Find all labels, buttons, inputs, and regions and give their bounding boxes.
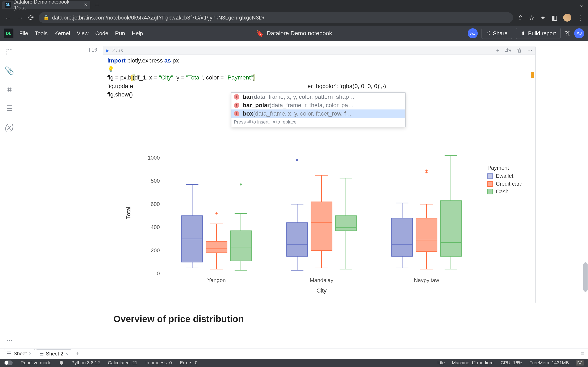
build-report-button[interactable]: ⬆ Build report — [516, 28, 561, 39]
tab-strip: DL Datalore Demo notebook (Data × + ⌄ — [0, 0, 588, 10]
status-calculated[interactable]: Calculated: 21 — [108, 360, 138, 366]
autocomplete-item[interactable]: f bar_polar(data_frame, r, theta, color,… — [231, 101, 405, 109]
status-bc-badge[interactable]: BC — [576, 360, 584, 366]
paren-match: ( — [132, 74, 134, 81]
legend-item[interactable]: Credit card — [487, 181, 522, 187]
attachment-icon[interactable]: 📎 — [5, 66, 14, 75]
more-icon[interactable]: ⋯ — [6, 337, 13, 344]
section-heading: Overview of price distribution — [113, 314, 244, 324]
reactive-toggle[interactable] — [4, 360, 13, 365]
svg-rect-46 — [335, 216, 356, 231]
window-chevron-icon[interactable]: ⌄ — [579, 1, 588, 8]
chart-output: 02004006008001000TotalYangonMandalayNayp… — [103, 144, 535, 303]
legend-title: Payment — [487, 165, 522, 171]
sheet-tab[interactable]: ☰ Sheet 2 × — [36, 349, 71, 358]
status-idle: Idle — [437, 360, 445, 366]
bookmark-icon[interactable]: 🔖 — [256, 30, 264, 37]
panel-icon[interactable]: ◧ — [552, 14, 557, 21]
status-cpu: CPU: 16% — [501, 360, 522, 366]
kebab-icon[interactable]: ⋮ — [577, 14, 583, 21]
workspace: ⬚ 📎 ⌗ ☰ (x) ⋯ [10] ▶ 2.3s + ⇵▾ 🗑 ⋯ impor… — [0, 41, 588, 349]
help-icon[interactable]: ?⃝ — [564, 30, 570, 37]
legend-label: Ewallet — [496, 173, 513, 179]
menu-help[interactable]: Help — [132, 30, 143, 37]
menu-code[interactable]: Code — [95, 30, 108, 37]
svg-text:0: 0 — [157, 270, 160, 277]
menu-run[interactable]: Run — [115, 30, 125, 37]
close-icon[interactable]: × — [65, 351, 68, 357]
move-cell-icon[interactable]: ⇵▾ — [505, 48, 511, 53]
svg-text:200: 200 — [151, 247, 160, 254]
sheet-tab[interactable]: ☰ Sheet × — [4, 349, 35, 359]
code-txt: plotly.express — [126, 57, 164, 64]
code-str: "Total" — [186, 74, 203, 81]
run-icon[interactable]: ▶ — [106, 48, 109, 53]
reload-icon[interactable]: ⟳ — [28, 13, 34, 22]
user-avatar[interactable]: AJ — [574, 28, 584, 38]
function-badge-icon: f — [234, 94, 239, 100]
star-icon[interactable]: ☆ — [529, 14, 535, 21]
legend-swatch — [487, 181, 493, 187]
status-python[interactable]: Python 3.8.12 — [71, 360, 100, 366]
share-icon[interactable]: ⇪ — [518, 14, 523, 21]
left-rail: ⬚ 📎 ⌗ ☰ (x) ⋯ — [0, 41, 19, 349]
add-cell-icon[interactable]: + — [496, 48, 499, 53]
sheet-label: Sheet 2 — [46, 351, 63, 357]
code-cell[interactable]: ▶ 2.3s + ⇵▾ 🗑 ⋯ import plotly.express as… — [103, 46, 536, 303]
error-stripe-mark[interactable] — [531, 72, 534, 78]
bulb-icon[interactable]: 💡 — [107, 66, 114, 72]
menu-kernel[interactable]: Kernel — [54, 30, 70, 37]
datalore-logo[interactable]: DL — [4, 29, 13, 38]
autocomplete-hint: Press ⏎ to insert, ⇥ to replace — [231, 118, 405, 127]
menu-tools[interactable]: Tools — [35, 30, 48, 37]
profile-avatar[interactable] — [563, 14, 571, 22]
extensions-icon[interactable]: ✦ — [540, 14, 545, 21]
autocomplete-popup[interactable]: f bar(data_frame, x, y, color, pattern_s… — [231, 92, 406, 127]
browser-tab[interactable]: DL Datalore Demo notebook (Data × — [2, 1, 90, 9]
hamburger-icon[interactable]: ≡ — [581, 350, 584, 357]
svg-rect-59 — [416, 218, 437, 252]
menu-view[interactable]: View — [77, 30, 89, 37]
legend-item[interactable]: Ewallet — [487, 173, 522, 179]
legend-item[interactable]: Cash — [487, 188, 522, 195]
autocomplete-item[interactable]: f bar(data_frame, x, y, color, pattern_s… — [231, 93, 405, 101]
share-button[interactable]: ⠪ Share — [482, 28, 512, 39]
delete-cell-icon[interactable]: 🗑 — [517, 48, 522, 53]
status-reactive-label[interactable]: Reactive mode — [21, 360, 52, 366]
svg-text:City: City — [316, 287, 327, 294]
add-sheet-button[interactable]: + — [75, 350, 79, 357]
chip-icon[interactable]: ⌗ — [7, 85, 12, 94]
svg-point-35 — [296, 159, 298, 161]
code-txt: er_bgcolor': 'rgba(0, 0, 0, 0)',}) — [307, 83, 386, 89]
legend-label: Credit card — [496, 181, 522, 187]
back-icon[interactable]: ← — [5, 14, 12, 22]
tab-title: Datalore Demo notebook (Data — [13, 0, 81, 11]
status-machine[interactable]: Machine: t2.medium — [452, 360, 493, 366]
menu-file[interactable]: File — [19, 30, 28, 37]
box-plot[interactable]: 02004006008001000TotalYangonMandalayNayp… — [116, 144, 536, 303]
scrollbar-thumb[interactable] — [583, 262, 588, 292]
notebook-title[interactable]: Datalore Demo notebook — [267, 30, 332, 37]
close-icon[interactable]: × — [29, 351, 32, 356]
outline-icon[interactable]: ☰ — [6, 104, 13, 113]
status-mem: FreeMem: 1431MB — [529, 360, 569, 366]
code-txt: df_1, x = — [135, 74, 159, 81]
code-kw: import — [107, 57, 126, 64]
forward-icon[interactable]: → — [16, 14, 24, 22]
url-bar[interactable]: 🔒 datalore.jetbrains.com/notebook/0k5R4A… — [39, 12, 513, 23]
svg-point-62 — [425, 170, 428, 172]
status-right: Idle Machine: t2.medium CPU: 16% FreeMem… — [437, 360, 584, 366]
toolbar-right: AJ ⠪ Share ⬆ Build report ?⃝ AJ — [468, 28, 584, 39]
cube-icon[interactable]: ⬚ — [6, 47, 13, 56]
lock-icon: 🔒 — [43, 15, 49, 20]
status-inprocess[interactable]: In process: 0 — [145, 360, 172, 366]
cell-more-icon[interactable]: ⋯ — [527, 48, 532, 53]
chart-legend[interactable]: Payment Ewallet Credit card Cash — [487, 165, 522, 196]
svg-rect-18 — [206, 241, 227, 253]
status-errors[interactable]: Errors: 0 — [180, 360, 197, 366]
autocomplete-item-selected[interactable]: f box(data_frame, x, y, color, facet_row… — [231, 109, 405, 118]
variable-icon[interactable]: (x) — [5, 123, 14, 132]
collaborator-avatar[interactable]: AJ — [468, 28, 478, 38]
close-icon[interactable]: × — [84, 1, 87, 8]
new-tab-button[interactable]: + — [95, 1, 99, 9]
